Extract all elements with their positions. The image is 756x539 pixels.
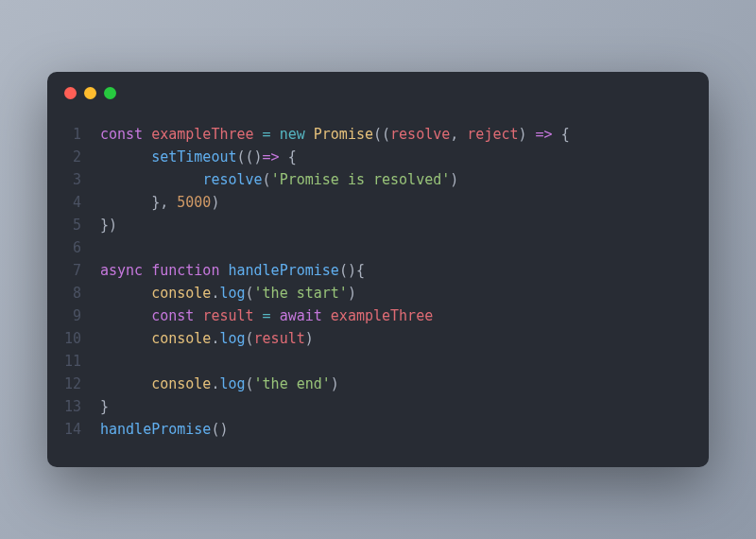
minimize-icon[interactable] bbox=[84, 87, 96, 99]
code-content: const exampleThree = new Promise((resolv… bbox=[100, 123, 570, 146]
code-content: resolve('Promise is resolved') bbox=[100, 168, 458, 191]
code-content: console.log(result) bbox=[100, 327, 314, 350]
close-icon[interactable] bbox=[64, 87, 77, 99]
line-number: 6 bbox=[47, 236, 100, 259]
code-line: 10 console.log(result) bbox=[47, 327, 709, 350]
line-number: 8 bbox=[47, 282, 100, 304]
code-line: 8 console.log('the start') bbox=[47, 282, 709, 304]
code-content: const result = await exampleThree bbox=[100, 304, 433, 327]
code-line: 9 const result = await exampleThree bbox=[47, 304, 709, 327]
line-number: 9 bbox=[47, 304, 100, 327]
line-number: 4 bbox=[47, 191, 100, 214]
line-number: 14 bbox=[47, 418, 100, 441]
code-content: setTimeout(()=> { bbox=[100, 146, 297, 168]
line-number: 1 bbox=[47, 123, 100, 146]
code-content: console.log('the end') bbox=[100, 373, 339, 395]
code-window: 1 const exampleThree = new Promise((reso… bbox=[47, 72, 709, 467]
code-line: 4 }, 5000) bbox=[47, 191, 709, 214]
code-line: 14 handlePromise() bbox=[47, 418, 709, 441]
code-content: handlePromise() bbox=[100, 418, 228, 441]
code-line: 1 const exampleThree = new Promise((reso… bbox=[47, 123, 709, 146]
code-line: 7 async function handlePromise(){ bbox=[47, 259, 709, 282]
line-number: 13 bbox=[47, 395, 100, 418]
code-line: 5 }) bbox=[47, 214, 709, 236]
code-line: 3 resolve('Promise is resolved') bbox=[47, 168, 709, 191]
code-area: 1 const exampleThree = new Promise((reso… bbox=[47, 113, 709, 467]
line-number: 7 bbox=[47, 259, 100, 282]
code-content: } bbox=[100, 395, 109, 418]
line-number: 12 bbox=[47, 373, 100, 395]
line-number: 10 bbox=[47, 327, 100, 350]
line-number: 11 bbox=[47, 350, 100, 373]
code-line: 12 console.log('the end') bbox=[47, 373, 709, 395]
code-content: }, 5000) bbox=[100, 191, 219, 214]
code-content: console.log('the start') bbox=[100, 282, 356, 304]
line-number: 3 bbox=[47, 168, 100, 191]
code-line: 13 } bbox=[47, 395, 709, 418]
line-number: 2 bbox=[47, 146, 100, 168]
titlebar bbox=[47, 72, 709, 113]
code-line: 11 bbox=[47, 350, 709, 373]
code-content: async function handlePromise(){ bbox=[100, 259, 365, 282]
maximize-icon[interactable] bbox=[104, 87, 116, 99]
code-content: }) bbox=[100, 214, 117, 236]
code-line: 2 setTimeout(()=> { bbox=[47, 146, 709, 168]
code-line: 6 bbox=[47, 236, 709, 259]
line-number: 5 bbox=[47, 214, 100, 236]
